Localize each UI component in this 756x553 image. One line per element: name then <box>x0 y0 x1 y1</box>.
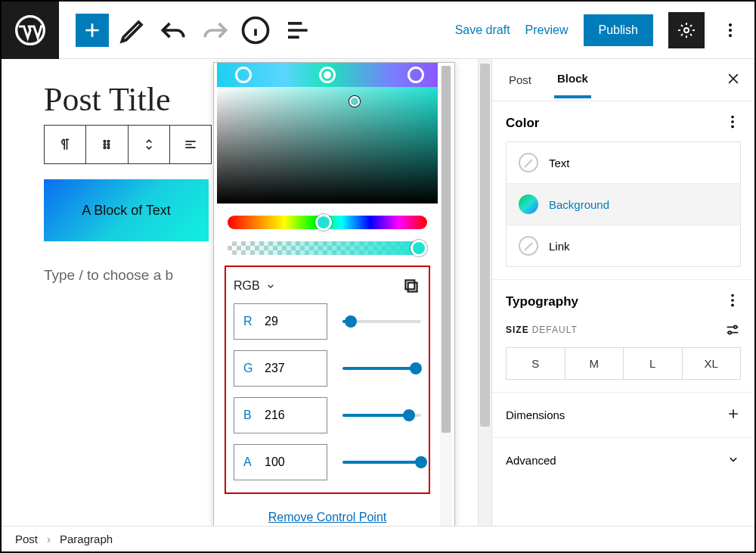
wordpress-icon <box>15 15 45 45</box>
preview-button[interactable]: Preview <box>525 23 569 37</box>
color-row-link[interactable]: Link <box>507 225 740 266</box>
popover-scrollbar[interactable]: ▴ ▾ <box>440 66 452 548</box>
sv-cursor[interactable] <box>349 96 360 107</box>
close-sidebar-button[interactable] <box>726 71 741 89</box>
breadcrumb-current[interactable]: Paragraph <box>60 533 113 545</box>
dimensions-panel-toggle[interactable]: Dimensions <box>492 393 754 438</box>
saturation-value-picker[interactable] <box>217 87 438 203</box>
font-size-m[interactable]: M <box>565 348 624 379</box>
paragraph-block[interactable]: A Block of Text <box>44 179 209 241</box>
paragraph-block-type-button[interactable] <box>45 126 86 163</box>
channel-input-b[interactable]: B216 <box>234 397 327 433</box>
gradient-stop[interactable] <box>235 67 252 83</box>
color-mode-label: RGB <box>234 279 260 293</box>
swatch-none-icon <box>519 153 538 172</box>
paragraph-block-text: A Block of Text <box>82 203 171 219</box>
color-list: Text Background Link <box>506 141 741 267</box>
save-draft-button[interactable]: Save draft <box>455 23 510 37</box>
channel-row-b: B216 <box>234 397 421 433</box>
drag-handle[interactable] <box>86 126 128 163</box>
align-left-icon <box>183 137 198 152</box>
scrollbar-thumb[interactable] <box>442 66 451 433</box>
channel-slider-r[interactable] <box>342 312 421 331</box>
svg-point-4 <box>729 29 732 32</box>
svg-point-16 <box>731 299 734 302</box>
advanced-panel-toggle[interactable]: Advanced <box>492 438 754 483</box>
block-toolbar <box>44 125 212 164</box>
custom-size-button[interactable] <box>724 322 741 338</box>
swatch-none-icon <box>519 236 538 256</box>
gradient-stop-active[interactable] <box>319 67 336 83</box>
gradient-stop[interactable] <box>407 67 424 83</box>
svg-point-11 <box>108 147 110 149</box>
plus-icon <box>726 406 741 424</box>
svg-point-17 <box>731 304 734 307</box>
color-panel-title: Color <box>506 116 539 131</box>
channel-input-g[interactable]: G237 <box>234 350 327 387</box>
svg-rect-21 <box>405 280 414 289</box>
color-row-background[interactable]: Background <box>507 183 740 225</box>
channel-input-r[interactable]: R29 <box>234 303 327 340</box>
rgb-inputs-highlight: RGB R29 G237 B216 A100 <box>225 266 430 494</box>
channel-slider-g[interactable] <box>342 359 421 377</box>
svg-point-18 <box>734 326 737 329</box>
info-button[interactable] <box>239 14 272 47</box>
wordpress-logo[interactable] <box>2 2 59 59</box>
edit-tool-button[interactable] <box>116 14 150 47</box>
more-menu-button[interactable] <box>720 12 741 48</box>
svg-point-13 <box>731 120 734 123</box>
gradient-color-popover: RGB R29 G237 B216 A100 Remove <box>213 62 455 552</box>
tab-block[interactable]: Block <box>554 61 591 98</box>
hue-slider[interactable] <box>228 216 427 229</box>
color-row-label: Background <box>549 198 609 211</box>
color-mode-select[interactable]: RGB <box>234 279 277 293</box>
svg-point-6 <box>104 141 107 143</box>
channel-slider-a[interactable] <box>342 453 421 471</box>
breadcrumb-separator-icon: › <box>47 533 51 545</box>
redo-button[interactable] <box>198 14 231 47</box>
svg-rect-20 <box>408 283 417 292</box>
typography-panel: Typography SIZEDEFAULT S M L XL <box>492 280 754 393</box>
scrollbar-thumb[interactable] <box>480 64 490 427</box>
tab-post[interactable]: Post <box>506 63 534 97</box>
breadcrumb-root[interactable]: Post <box>15 533 38 545</box>
alpha-thumb[interactable] <box>411 240 427 256</box>
font-size-s[interactable]: S <box>507 348 565 379</box>
undo-icon <box>157 14 191 47</box>
close-icon <box>726 71 741 86</box>
svg-point-8 <box>104 144 107 146</box>
typography-panel-menu[interactable] <box>724 292 741 311</box>
hue-thumb[interactable] <box>315 214 332 231</box>
color-panel-menu[interactable] <box>724 113 741 132</box>
alpha-slider[interactable] <box>228 241 427 255</box>
gradient-preview-strip[interactable] <box>217 63 438 87</box>
publish-button[interactable]: Publish <box>584 14 653 46</box>
font-size-l[interactable]: L <box>623 348 682 379</box>
channel-row-g: G237 <box>234 350 421 387</box>
redo-icon <box>198 14 231 47</box>
channel-slider-b[interactable] <box>342 406 421 424</box>
svg-point-9 <box>108 144 110 146</box>
channel-input-a[interactable]: A100 <box>234 444 327 480</box>
move-up-down-button[interactable] <box>129 126 170 163</box>
copy-color-button[interactable] <box>401 276 421 296</box>
settings-button[interactable] <box>668 12 705 48</box>
svg-point-3 <box>729 23 732 26</box>
color-panel: Color Text Background Link <box>492 101 754 280</box>
align-button[interactable] <box>170 126 211 163</box>
add-block-button[interactable] <box>76 14 109 47</box>
undo-button[interactable] <box>157 14 191 47</box>
color-row-label: Text <box>549 157 570 169</box>
top-toolbar: Save draft Preview Publish <box>2 2 754 59</box>
font-size-xl[interactable]: XL <box>682 348 741 379</box>
font-size-label: SIZEDEFAULT <box>506 325 578 335</box>
sliders-icon <box>724 322 741 338</box>
color-row-text[interactable]: Text <box>507 142 740 183</box>
kebab-icon <box>724 113 741 130</box>
advanced-title: Advanced <box>506 454 556 467</box>
svg-point-5 <box>729 34 732 37</box>
settings-sidebar: Post Block Color Text Background <box>491 59 754 526</box>
copy-icon <box>401 276 421 296</box>
outline-button[interactable] <box>280 14 313 47</box>
canvas-scrollbar[interactable] <box>478 59 491 526</box>
